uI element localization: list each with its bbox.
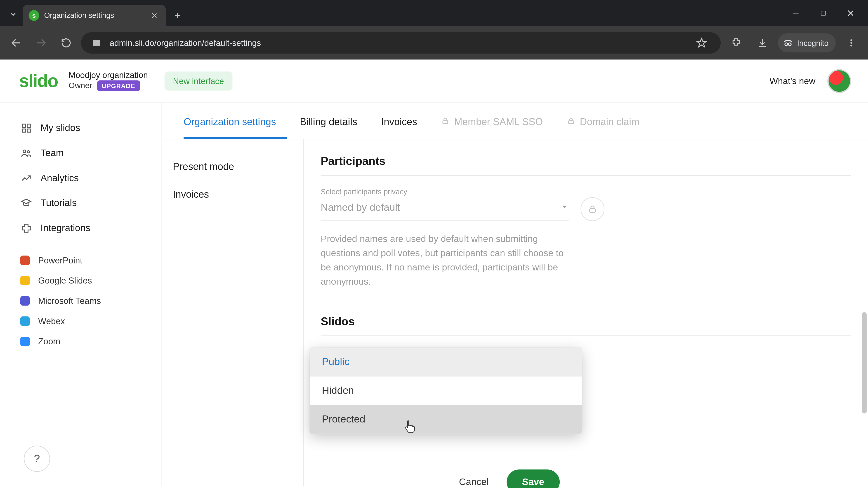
svg-rect-22 — [22, 129, 25, 132]
org-role: Owner — [68, 81, 92, 91]
tab-member-saml-sso[interactable]: Member SAML SSO — [441, 105, 554, 139]
bookmark-icon[interactable] — [691, 32, 712, 54]
select-value: Named by default — [321, 202, 400, 214]
option-label: Protected — [322, 414, 365, 425]
app-header: slido Moodjoy organization Owner UPGRADE… — [0, 60, 868, 103]
svg-rect-20 — [22, 124, 25, 127]
google-slides-icon — [20, 276, 30, 285]
section-title-participants: Participants — [321, 155, 851, 168]
rail-item-invoices[interactable]: Invoices — [162, 181, 303, 208]
new-tab-button[interactable]: + — [169, 7, 186, 24]
svg-marker-11 — [698, 38, 706, 47]
sidebar-item-team[interactable]: Team — [0, 140, 162, 166]
team-icon — [20, 147, 32, 159]
nav-back-button[interactable] — [6, 33, 26, 53]
integration-label: PowerPoint — [38, 256, 83, 265]
sidebar-item-tutorials[interactable]: Tutorials — [0, 191, 162, 216]
browser-toolbar: admin.sli.do/organization/default-settin… — [0, 26, 868, 60]
browser-tabstrip: s Organization settings + — [0, 0, 868, 26]
logo[interactable]: slido — [19, 70, 58, 91]
cancel-label: Cancel — [459, 477, 489, 487]
incognito-label: Incognito — [797, 38, 829, 47]
tab-label: Invoices — [381, 116, 417, 127]
tab-label: Member SAML SSO — [454, 116, 543, 127]
settings-left-rail: Present mode Invoices — [162, 139, 304, 486]
integration-zoom[interactable]: Zoom — [0, 331, 162, 352]
grid-icon — [20, 122, 32, 134]
sidebar-item-label: Integrations — [40, 223, 90, 233]
svg-point-25 — [27, 151, 30, 153]
integration-google-slides[interactable]: Google Slides — [0, 270, 162, 291]
sidebar-item-my-slidos[interactable]: My slidos — [0, 116, 162, 141]
new-interface-badge[interactable]: New interface — [164, 71, 232, 90]
window-controls — [782, 0, 864, 26]
site-info-icon[interactable] — [90, 37, 104, 49]
tab-organization-settings[interactable]: Organization settings — [184, 105, 287, 139]
sidebar-item-analytics[interactable]: Analytics — [0, 166, 162, 191]
browser-tab-active[interactable]: s Organization settings — [23, 5, 166, 26]
tab-title: Organization settings — [44, 11, 114, 20]
participants-helper-text: Provided names are used by default when … — [321, 232, 571, 289]
divider — [321, 335, 851, 336]
sidebar-item-label: Analytics — [40, 173, 79, 184]
option-label: Hidden — [322, 385, 354, 396]
sidebar: My slidos Team Analytics Tutorials Integ… — [0, 103, 162, 486]
tab-invoices[interactable]: Invoices — [381, 105, 428, 139]
svg-rect-23 — [27, 129, 30, 132]
vertical-scrollbar[interactable] — [861, 205, 867, 488]
browser-menu-button[interactable] — [840, 32, 862, 54]
incognito-chip[interactable]: Incognito — [778, 33, 836, 53]
tab-search-button[interactable] — [5, 6, 22, 23]
save-button[interactable]: Save — [506, 469, 560, 488]
option-label: Public — [322, 356, 349, 367]
nav-forward-button[interactable] — [31, 33, 51, 53]
upgrade-badge[interactable]: UPGRADE — [97, 80, 140, 91]
dropdown-option-public[interactable]: Public — [310, 348, 582, 377]
integration-powerpoint[interactable]: PowerPoint — [0, 250, 162, 271]
chevron-down-icon — [560, 202, 569, 214]
sidebar-item-integrations[interactable]: Integrations — [0, 216, 162, 241]
pointer-cursor-icon — [404, 419, 416, 435]
avatar[interactable] — [827, 69, 851, 93]
tab-label: Domain claim — [580, 116, 640, 127]
cancel-button[interactable]: Cancel — [451, 470, 497, 488]
address-bar[interactable]: admin.sli.do/organization/default-settin… — [81, 32, 721, 54]
svg-rect-9 — [93, 42, 100, 43]
sidebar-item-label: Tutorials — [40, 198, 76, 208]
svg-point-24 — [23, 150, 26, 153]
tutorials-icon — [20, 197, 32, 209]
scrollbar-thumb[interactable] — [862, 312, 867, 414]
dropdown-option-protected[interactable]: Protected — [310, 405, 582, 434]
analytics-icon — [20, 172, 32, 184]
svg-rect-29 — [590, 209, 595, 213]
rail-item-present-mode[interactable]: Present mode — [162, 153, 303, 181]
tab-label: Organization settings — [184, 116, 276, 127]
svg-marker-28 — [562, 205, 566, 208]
extensions-icon[interactable] — [725, 32, 747, 54]
lock-button[interactable] — [581, 197, 604, 221]
url-text: admin.sli.do/organization/default-settin… — [110, 38, 261, 48]
privacy-dropdown-panel: Public Hidden Protected — [310, 348, 582, 434]
incognito-icon — [783, 37, 794, 48]
lock-icon — [441, 116, 450, 127]
svg-rect-3 — [821, 11, 825, 15]
window-minimize-button[interactable] — [782, 4, 809, 23]
section-title-slidos: Slidos — [321, 315, 851, 328]
window-maximize-button[interactable] — [809, 4, 837, 23]
dropdown-option-hidden[interactable]: Hidden — [310, 377, 582, 405]
downloads-icon[interactable] — [752, 32, 773, 54]
nav-reload-button[interactable] — [56, 33, 76, 53]
tab-domain-claim[interactable]: Domain claim — [567, 105, 650, 139]
tab-billing-details[interactable]: Billing details — [300, 105, 368, 139]
whats-new-link[interactable]: What's new — [770, 76, 815, 86]
svg-point-17 — [850, 39, 852, 41]
tab-close-button[interactable] — [149, 10, 160, 21]
window-close-button[interactable] — [837, 4, 864, 23]
settings-pane: Participants Select participants privacy… — [304, 139, 868, 486]
microsoft-teams-icon — [20, 296, 30, 306]
help-button[interactable]: ? — [24, 446, 50, 472]
integration-microsoft-teams[interactable]: Microsoft Teams — [0, 291, 162, 311]
integration-webex[interactable]: Webex — [0, 311, 162, 331]
svg-point-14 — [785, 43, 788, 46]
participants-privacy-select[interactable]: Named by default — [321, 198, 569, 220]
